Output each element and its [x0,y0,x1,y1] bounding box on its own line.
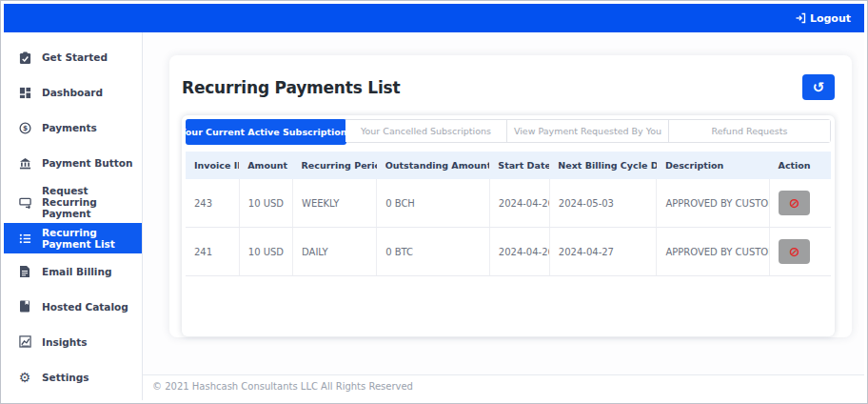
svg-text:$: $ [22,124,27,132]
document-icon [17,265,32,278]
list-icon [17,232,32,245]
col-next-billing-cycle-date: Next Billing Cycle Date [549,152,657,179]
sidebar-item-insights[interactable]: Insights [4,324,142,359]
cell-invoice-id: 241 [186,228,239,276]
col-recurring-period: Recurring Period [293,152,377,179]
sidebar-item-hosted-catalog[interactable]: Hosted Catalog [4,289,142,324]
cell-recurring-period: WEEKLY [293,179,377,228]
cell-recurring-period: DAILY [293,228,377,276]
cell-next-billing-cycle-date: 2024-05-03 [549,179,657,228]
cell-start-date: 2024-04-26 [489,228,549,276]
cell-outstanding-amount: 0 BTC [377,228,490,276]
cell-description: APPROVED BY CUSTOMER [657,179,770,228]
tab-view-payment-requested[interactable]: View Payment Requested By You [507,120,669,142]
dollar-circle-icon: $ [17,122,32,134]
sidebar-item-payments[interactable]: $ Payments [4,111,142,146]
recurring-payments-card: Recurring Payments List ↺ Your Current A… [169,55,852,337]
sidebar-item-label: Settings [42,372,89,383]
tab-cancelled-subscriptions[interactable]: Your Cancelled Subscriptions [345,120,507,142]
chart-icon [17,335,32,348]
history-button[interactable]: ↺ [802,74,835,100]
cell-amount: 10 USD [239,179,292,228]
col-amount: Amount [239,152,292,179]
col-action: Action [770,152,831,179]
bank-icon [17,157,32,170]
book-icon [17,300,32,313]
cell-action: ⊘ [770,228,831,276]
sidebar-item-recurring-payment-list[interactable]: Recurring Payment List [4,223,142,253]
sidebar-item-label: Payment Button [42,157,132,169]
sidebar-item-email-billing[interactable]: Email Billing [4,253,142,289]
sidebar-item-label: Insights [42,336,88,348]
tab-bar: Your Current Active Subscriptions Your C… [186,119,831,143]
table-row: 243 10 USD WEEKLY 0 BCH 2024-04-26 2024-… [186,179,831,228]
card-arrow-icon [17,196,32,209]
cell-description: APPROVED BY CUSTOMER [657,228,770,276]
col-invoice-id: Invoice ID [186,152,239,179]
col-start-date: Start Date [489,152,549,179]
history-icon: ↺ [813,79,825,96]
top-navbar: Logout [4,4,864,32]
logout-icon [795,12,806,24]
sidebar-item-label: Recurring Payment List [42,227,136,250]
cell-outstanding-amount: 0 BCH [377,179,490,228]
sidebar-item-get-started[interactable]: Get Started [4,40,142,75]
tab-current-active-subscriptions[interactable]: Your Current Active Subscriptions [186,119,346,145]
subscriptions-table: Invoice ID Amount Recurring Period Outst… [186,152,831,276]
sidebar-item-payment-button[interactable]: Payment Button [4,146,142,181]
dashboard-grid-icon [17,87,32,99]
cancel-subscription-button[interactable]: ⊘ [779,239,810,264]
cancel-icon: ⊘ [789,196,800,210]
cell-next-billing-cycle-date: 2024-04-27 [549,228,657,276]
cancel-subscription-button[interactable]: ⊘ [779,191,810,215]
sidebar-item-label: Request Recurring Payment [42,185,136,219]
sidebar: Get Started Dashboard $ Payments Payment… [4,32,143,400]
sidebar-item-dashboard[interactable]: Dashboard [4,75,142,111]
sidebar-item-label: Payments [42,122,97,133]
main-content: Recurring Payments List ↺ Your Current A… [143,32,864,400]
sidebar-item-request-recurring-payment[interactable]: Request Recurring Payment [4,181,142,223]
app-window: Logout Get Started Dashboard $ [0,0,868,404]
cancel-icon: ⊘ [789,245,800,258]
sidebar-item-label: Get Started [42,51,108,63]
table-row: 241 10 USD DAILY 0 BTC 2024-04-26 2024-0… [186,228,831,276]
logout-button[interactable]: Logout [795,12,851,25]
gear-icon: ⚙ [17,371,32,384]
page-title: Recurring Payments List [182,78,400,97]
col-outstanding-amount: Outstanding Amount [377,152,490,179]
sidebar-item-label: Email Billing [42,266,111,277]
subscriptions-panel: Your Current Active Subscriptions Your C… [182,115,835,336]
sidebar-item-settings[interactable]: ⚙ Settings [4,359,142,394]
col-description: Description [657,152,770,179]
cell-start-date: 2024-04-26 [489,179,549,228]
copyright-text: © 2021 Hashcash Consultants LLC All Righ… [152,381,413,392]
sidebar-item-label: Hosted Catalog [42,301,128,313]
cell-action: ⊘ [770,179,831,228]
sidebar-item-label: Dashboard [42,87,103,98]
cell-invoice-id: 243 [186,179,239,228]
footer: © 2021 Hashcash Consultants LLC All Righ… [143,374,864,400]
tab-refund-requests[interactable]: Refund Requests [669,120,830,142]
logout-label: Logout [810,12,851,25]
cell-amount: 10 USD [239,228,292,276]
table-header-row: Invoice ID Amount Recurring Period Outst… [186,152,831,179]
clipboard-check-icon [17,51,32,65]
